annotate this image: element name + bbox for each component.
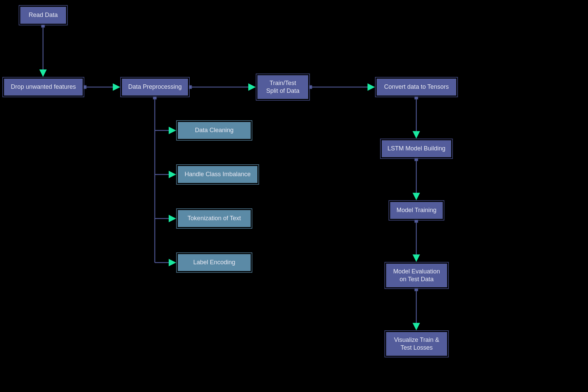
node-label: Handle Class Imbalance	[185, 170, 251, 178]
node-label: Visualize Train & Test Losses	[394, 336, 439, 352]
node-label: Label Encoding	[193, 259, 235, 266]
node-label: Convert data to Tensors	[384, 83, 449, 91]
node-data-cleaning[interactable]: Data Cleaning	[178, 122, 251, 139]
node-label: Train/Test Split of Data	[266, 79, 299, 95]
node-label: Model Evaluation on Test Data	[393, 268, 440, 284]
node-model-evaluation[interactable]: Model Evaluation on Test Data	[386, 264, 447, 287]
node-label: Drop unwanted features	[11, 83, 76, 91]
svg-rect-15	[415, 97, 418, 99]
node-drop-features[interactable]: Drop unwanted features	[4, 79, 83, 96]
node-lstm-building[interactable]: LSTM Model Building	[382, 140, 451, 157]
svg-rect-5	[189, 85, 192, 89]
svg-rect-17	[415, 158, 418, 161]
node-label: Tokenization of Text	[188, 214, 241, 222]
edges-layer	[0, 0, 588, 392]
node-read-data[interactable]: Read Data	[20, 7, 66, 24]
node-convert-tensors[interactable]: Convert data to Tensors	[377, 79, 456, 96]
node-label: Read Data	[28, 11, 58, 19]
svg-rect-9	[153, 97, 156, 99]
node-class-imbalance[interactable]: Handle Class Imbalance	[178, 166, 257, 183]
svg-rect-21	[415, 288, 418, 291]
svg-rect-19	[415, 220, 418, 223]
node-visualize-losses[interactable]: Visualize Train & Test Losses	[386, 332, 447, 356]
node-label: Data Cleaning	[195, 126, 233, 134]
node-tokenization[interactable]: Tokenization of Text	[178, 210, 251, 227]
node-model-training[interactable]: Model Training	[390, 202, 443, 219]
node-train-test-split[interactable]: Train/Test Split of Data	[257, 75, 308, 99]
svg-rect-3	[84, 85, 86, 89]
svg-rect-1	[41, 25, 45, 27]
node-data-preprocessing[interactable]: Data Preprocessing	[122, 79, 188, 96]
node-label: LSTM Model Building	[387, 145, 445, 152]
svg-rect-7	[309, 85, 312, 89]
node-label-encoding[interactable]: Label Encoding	[178, 254, 251, 271]
node-label: Model Training	[396, 206, 436, 214]
node-label: Data Preprocessing	[128, 83, 182, 91]
